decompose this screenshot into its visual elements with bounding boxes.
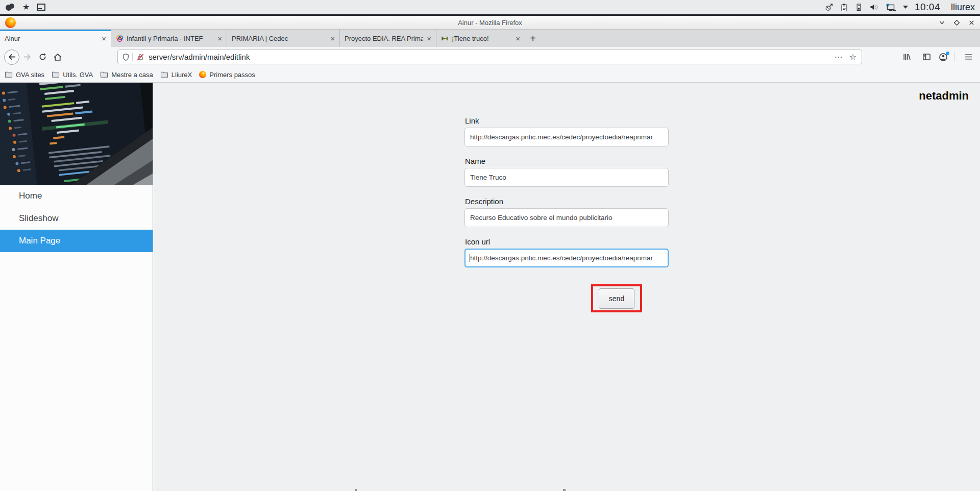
window-list-icon[interactable] xyxy=(37,4,45,11)
close-tab-icon[interactable]: × xyxy=(423,34,431,43)
name-label: Name xyxy=(465,157,669,165)
url-input[interactable] xyxy=(149,53,835,61)
cutoff-text-fragment xyxy=(563,489,566,491)
page-actions-icon[interactable]: ⋯ xyxy=(835,52,843,62)
clipboard-icon[interactable] xyxy=(840,3,848,12)
bookmark-primers-passos[interactable]: Primers passos xyxy=(199,71,255,79)
insecure-lock-icon[interactable] xyxy=(136,53,144,61)
bookmark-label: Mestre a casa xyxy=(111,71,153,79)
main-content: netadmin Link Name Description Icon url xyxy=(153,83,980,491)
favorites-star-icon[interactable]: ★ xyxy=(22,3,30,11)
tab-ainur[interactable]: Ainur × xyxy=(0,30,111,47)
field-icon-url: Icon url xyxy=(464,237,669,267)
sidebar-hero-image xyxy=(0,83,153,185)
bookmark-folder-mestre-a-casa[interactable]: Mestre a casa xyxy=(100,71,153,79)
tab-infantil-primaria[interactable]: Infantil y Primaria - INTEF × xyxy=(111,30,227,47)
tab-label: Infantil y Primaria - INTEF xyxy=(127,35,213,42)
icon-url-input[interactable] xyxy=(464,249,669,267)
maximize-icon[interactable] xyxy=(953,19,960,26)
folder-icon xyxy=(160,71,168,78)
display-settings-icon[interactable] xyxy=(886,3,896,12)
field-link: Link xyxy=(464,116,669,146)
tracking-shield-icon[interactable] xyxy=(122,53,130,61)
link-input[interactable] xyxy=(464,128,669,146)
tab-label: Ainur xyxy=(5,35,97,42)
sidebar-item-home[interactable]: Home xyxy=(0,185,153,207)
usb-drive-icon[interactable] xyxy=(855,3,863,12)
icon-url-label: Icon url xyxy=(465,237,669,246)
sidebar-menu: Home Slideshow Main Page xyxy=(0,185,153,252)
bookmark-star-icon[interactable]: ☆ xyxy=(849,52,856,62)
tab-label: PRIMARIA | Cedec xyxy=(232,35,326,42)
intef-rings-icon xyxy=(116,35,124,42)
window-title: Ainur - Mozilla Firefox xyxy=(0,19,980,27)
close-tab-icon[interactable]: × xyxy=(326,34,335,43)
minimize-icon[interactable] xyxy=(939,19,945,26)
notification-dot xyxy=(946,52,949,55)
description-label: Description xyxy=(465,197,669,206)
truco-moth-icon xyxy=(441,35,449,42)
tray-caret-down-icon[interactable] xyxy=(903,6,908,9)
folder-icon xyxy=(100,71,108,78)
forward-button[interactable] xyxy=(19,50,35,65)
library-icon[interactable] xyxy=(899,50,914,65)
bookmark-folder-gva-sites[interactable]: GVA sites xyxy=(5,71,44,79)
back-button[interactable] xyxy=(4,50,19,65)
toolbar-separator xyxy=(954,52,954,62)
tab-label: Proyecto EDIA. REA Primaria. xyxy=(345,35,423,42)
folder-icon xyxy=(5,71,13,78)
url-separator xyxy=(132,53,133,61)
close-window-icon[interactable] xyxy=(968,19,975,26)
account-icon[interactable] xyxy=(939,53,948,62)
page-title: netadmin xyxy=(919,89,969,103)
bookmark-label: Primers passos xyxy=(209,71,255,79)
close-tab-icon[interactable]: × xyxy=(213,34,222,43)
bookmark-folder-lliurex[interactable]: LliureX xyxy=(160,71,192,79)
field-description: Description xyxy=(464,197,669,227)
text-cursor xyxy=(470,254,470,262)
close-tab-icon[interactable]: × xyxy=(97,34,106,43)
bookmark-label: LliureX xyxy=(172,71,192,79)
link-label: Link xyxy=(465,116,669,125)
new-tab-icon[interactable]: + xyxy=(525,30,541,47)
folder-icon xyxy=(52,71,60,78)
navigation-toolbar: ⋯ ☆ xyxy=(0,47,980,67)
menu-hamburger-icon[interactable] xyxy=(961,50,976,65)
app-blob-icon[interactable] xyxy=(5,3,15,11)
cutoff-text-fragment xyxy=(355,489,357,491)
bookmark-label: GVA sites xyxy=(16,71,44,79)
tab-label: ¡Tiene truco! xyxy=(452,35,511,42)
name-input[interactable] xyxy=(464,168,669,187)
bookmarks-toolbar: GVA sites Utils. GVA Mestre a casa Lliur… xyxy=(0,67,980,83)
clock[interactable]: 10:04 xyxy=(915,2,940,13)
editlink-form: Link Name Description Icon url send xyxy=(464,116,669,312)
tab-tiene-truco[interactable]: ¡Tiene truco! × xyxy=(436,30,525,47)
network-launch-icon[interactable] xyxy=(825,3,834,11)
tab-primaria-cedec[interactable]: PRIMARIA | Cedec × xyxy=(227,30,340,47)
sidebar-toggle-icon[interactable] xyxy=(919,50,934,65)
username[interactable]: lliurex xyxy=(951,2,975,13)
send-button[interactable]: send xyxy=(599,288,634,309)
sidebar-item-slideshow[interactable]: Slideshow xyxy=(0,207,153,230)
bookmark-label: Utils. GVA xyxy=(63,71,93,79)
annotation-highlight-box: send xyxy=(591,284,642,312)
sidebar-item-main-page[interactable]: Main Page xyxy=(0,230,153,252)
tab-bar: Ainur × Infantil y Primaria - INTEF × PR… xyxy=(0,30,980,47)
tab-proyecto-edia[interactable]: Proyecto EDIA. REA Primaria. × xyxy=(340,30,436,47)
close-tab-icon[interactable]: × xyxy=(511,34,520,43)
bookmark-folder-utils-gva[interactable]: Utils. GVA xyxy=(52,71,93,79)
desktop-panel: ★ 10:04 lliurex xyxy=(0,0,980,16)
address-bar[interactable]: ⋯ ☆ xyxy=(117,50,862,64)
description-input[interactable] xyxy=(464,208,669,227)
volume-icon[interactable] xyxy=(869,3,879,11)
reload-button[interactable] xyxy=(35,50,50,65)
sidebar: Home Slideshow Main Page xyxy=(0,83,153,491)
home-button[interactable] xyxy=(50,50,65,65)
field-name: Name xyxy=(464,157,669,187)
window-titlebar: Ainur - Mozilla Firefox xyxy=(0,16,980,30)
page-content: Home Slideshow Main Page netadmin Link N… xyxy=(0,83,980,491)
firefox-icon xyxy=(199,71,206,78)
